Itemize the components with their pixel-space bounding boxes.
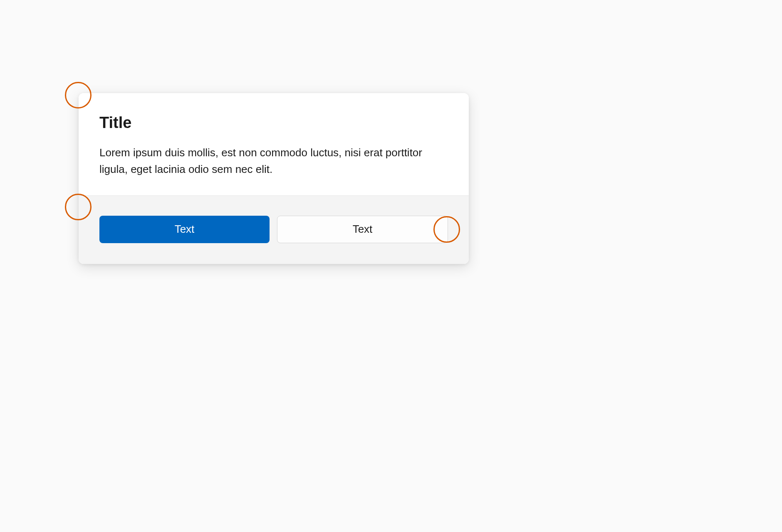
dialog-footer: Text Text bbox=[79, 195, 469, 264]
primary-button[interactable]: Text bbox=[99, 216, 270, 243]
secondary-button[interactable]: Text bbox=[277, 216, 448, 243]
dialog-title: Title bbox=[99, 114, 448, 132]
dialog-body: Lorem ipsum duis mollis, est non commodo… bbox=[99, 144, 448, 178]
dialog-content: Title Lorem ipsum duis mollis, est non c… bbox=[79, 93, 469, 195]
dialog: Title Lorem ipsum duis mollis, est non c… bbox=[79, 93, 469, 264]
